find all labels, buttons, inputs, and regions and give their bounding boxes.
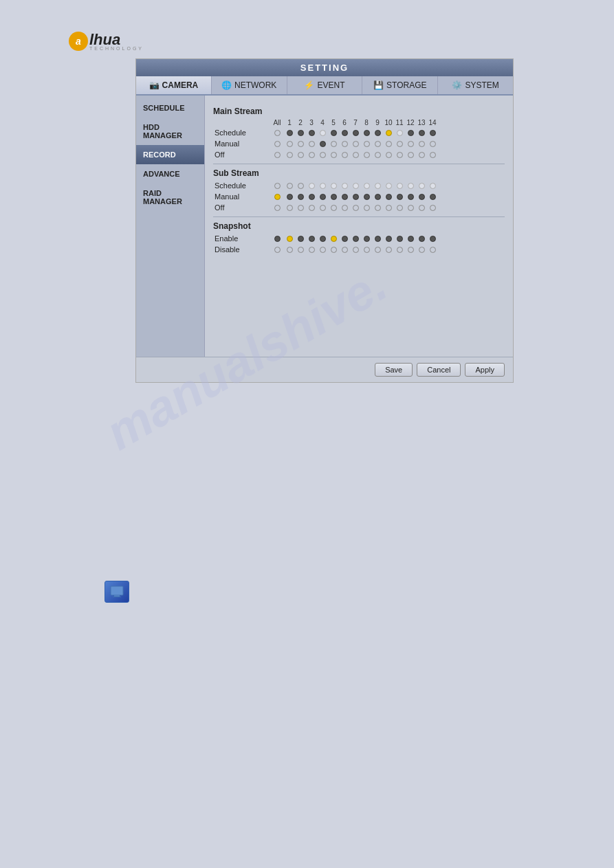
snapshot-enable-row: Enable: [213, 234, 505, 243]
sub-stream-off-row: Off: [213, 203, 505, 212]
main-stream-manual-cells: [285, 139, 437, 148]
sub-stream-schedule-label: Schedule: [215, 181, 270, 190]
tab-event-label: EVENT: [317, 80, 344, 90]
sub-stream-manual-label: Manual: [215, 192, 270, 201]
main-container: SETTING 📷 CAMERA 🌐 NETWORK ⚡ EVENT 💾 STO…: [135, 58, 514, 383]
system-icon: ⚙️: [452, 80, 462, 90]
main-stream-schedule-all[interactable]: [270, 130, 285, 136]
snapshot-disable-all[interactable]: [270, 247, 285, 253]
apply-button[interactable]: Apply: [465, 363, 505, 377]
sub-stream-schedule-row: Schedule: [213, 181, 505, 190]
svg-rect-2: [113, 597, 121, 597]
tab-storage[interactable]: 💾 STORAGE: [362, 76, 438, 94]
tab-storage-label: STORAGE: [386, 80, 426, 90]
sub-stream-manual-all[interactable]: [270, 194, 285, 200]
sidebar: SCHEDULE HDD MANAGER RECORD ADVANCE RAID…: [136, 96, 205, 357]
sidebar-item-advance[interactable]: ADVANCE: [136, 164, 204, 183]
sub-stream-manual-cells: [285, 192, 437, 201]
main-stream-manual-all[interactable]: [270, 141, 285, 147]
sub-stream-header: Sub Stream: [213, 168, 505, 178]
snapshot-disable-cells: [285, 245, 437, 254]
storage-icon: 💾: [373, 80, 384, 90]
tab-network-label: NETWORK: [234, 80, 276, 90]
sidebar-item-record[interactable]: RECORD: [136, 145, 204, 164]
main-stream-manual-label: Manual: [215, 140, 270, 148]
main-stream-schedule-label: Schedule: [215, 129, 270, 137]
channel-numbers-row: All 1 2 3 4 5 6 7 8 9 10 11 12 13 14: [213, 119, 505, 126]
channel-numbers: 1 2 3 4 5 6 7 8 9 10 11 12 13 14: [285, 119, 437, 126]
sidebar-item-schedule[interactable]: SCHEDULE: [136, 98, 204, 118]
sidebar-item-hdd-manager[interactable]: HDD MANAGER: [136, 118, 204, 145]
main-stream-schedule-cells: [285, 128, 437, 137]
content-area: SCHEDULE HDD MANAGER RECORD ADVANCE RAID…: [136, 96, 513, 357]
title-label: SETTING: [300, 63, 349, 73]
button-bar: Save Cancel Apply: [136, 357, 513, 382]
network-icon: 🌐: [221, 80, 232, 90]
tab-network[interactable]: 🌐 NETWORK: [212, 76, 287, 94]
main-stream-off-all[interactable]: [270, 152, 285, 158]
nav-tabs: 📷 CAMERA 🌐 NETWORK ⚡ EVENT 💾 STORAGE ⚙️ …: [136, 76, 513, 96]
tab-system[interactable]: ⚙️ SYSTEM: [438, 76, 513, 94]
snapshot-header: Snapshot: [213, 221, 505, 231]
sidebar-item-raid-manager[interactable]: RAID MANAGER: [136, 183, 204, 211]
sub-stream-off-label: Off: [215, 203, 270, 212]
logo: a lhua TECHNOLOGY: [69, 31, 144, 51]
main-stream-off-label: Off: [215, 151, 270, 159]
logo-sub: TECHNOLOGY: [89, 46, 144, 51]
main-stream-off-cells: [285, 150, 437, 159]
tab-camera[interactable]: 📷 CAMERA: [136, 76, 212, 94]
sub-stream-schedule-all[interactable]: [270, 183, 285, 189]
logo-circle: a: [69, 32, 88, 51]
sub-stream-off-all[interactable]: [270, 205, 285, 211]
main-stream-header: Main Stream: [213, 107, 505, 116]
event-icon: ⚡: [304, 80, 314, 90]
desktop-icon[interactable]: [105, 581, 129, 603]
desktop-icon-image: [105, 581, 129, 603]
snapshot-enable-all[interactable]: [270, 236, 285, 242]
snapshot-enable-label: Enable: [215, 234, 270, 243]
sub-stream-schedule-cells: [285, 181, 437, 190]
tab-event[interactable]: ⚡ EVENT: [287, 76, 363, 94]
snapshot-disable-label: Disable: [215, 245, 270, 254]
sub-stream-manual-row: Manual: [213, 192, 505, 201]
svg-rect-0: [111, 586, 123, 595]
title-bar: SETTING: [136, 59, 513, 76]
main-panel: Main Stream All 1 2 3 4 5 6 7 8 9 10 11: [205, 96, 513, 357]
main-stream-manual-row: Manual: [213, 139, 505, 148]
save-button[interactable]: Save: [375, 363, 413, 377]
camera-icon: 📷: [149, 80, 160, 90]
main-stream-schedule-row: Schedule: [213, 128, 505, 137]
snapshot-disable-row: Disable: [213, 245, 505, 254]
main-stream-off-row: Off: [213, 150, 505, 159]
cancel-button[interactable]: Cancel: [417, 363, 461, 377]
divider-2: [213, 216, 505, 217]
divider-1: [213, 164, 505, 164]
all-label: All: [270, 119, 285, 126]
tab-system-label: SYSTEM: [465, 80, 498, 90]
svg-rect-1: [114, 595, 120, 597]
tab-camera-label: CAMERA: [162, 80, 199, 90]
snapshot-enable-cells: [285, 234, 437, 243]
sub-stream-off-cells: [285, 203, 437, 212]
